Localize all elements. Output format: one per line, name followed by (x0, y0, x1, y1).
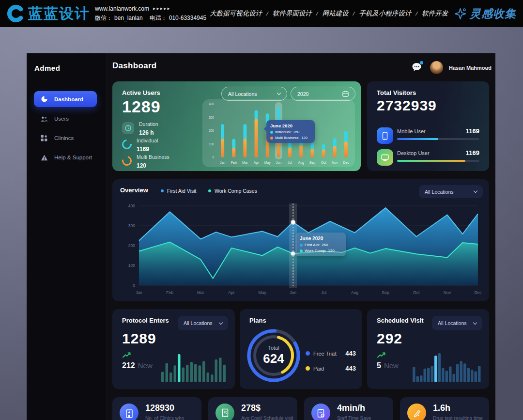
sidebar-item-users[interactable]: Users (34, 111, 102, 126)
lanlan-logo-icon (7, 5, 24, 22)
total-visitors-value: 2732939 (377, 97, 437, 114)
nav-separator: / (316, 10, 318, 17)
kpi-value: 1.6h (433, 403, 450, 413)
svg-text:May: May (259, 290, 267, 295)
active-users-title: Active Users (122, 89, 160, 96)
mobile-user-row: Mobile User 1169 (377, 127, 479, 146)
svg-text:Feb: Feb (166, 290, 173, 295)
plans-title: Plans (249, 317, 266, 324)
location-dropdown-value: All Locations (438, 320, 467, 326)
protocol-sparkline-chart (161, 353, 227, 382)
overview-title: Overview (120, 187, 148, 194)
nav-item-bigdata-viz[interactable]: 大数据可视化设计 (210, 9, 262, 18)
stat-individual: Individual 1169 (122, 136, 169, 153)
row-value: 1169 (466, 127, 479, 135)
user-avatar[interactable] (430, 61, 443, 74)
nav-item-software-dev[interactable]: 软件开发 (422, 9, 448, 18)
stat-multi-business: Multi Business 120 (122, 153, 169, 169)
svg-text:Apr: Apr (254, 161, 260, 165)
sidebar-item-clinics[interactable]: Clinincs (34, 131, 102, 145)
year-dropdown[interactable]: 2020 (291, 87, 355, 101)
dashboard-panel: Admed Dashboard Users (27, 53, 495, 420)
svg-text:200: 200 (128, 243, 135, 248)
scheduled-visit-title: Scheduled Visit (377, 317, 424, 324)
sidebar-brand: Admed (34, 64, 60, 72)
svg-text:Aug: Aug (298, 161, 305, 165)
kpi-label: Avg Cost/ Schedule visit (241, 416, 293, 420)
location-dropdown[interactable]: All Locations (178, 316, 228, 330)
svg-text:Nov: Nov (444, 290, 451, 295)
top-banner: 蓝蓝设计 www.lanlanwork.com ▶▶▶▶▶ 微信： ben_la… (0, 0, 523, 27)
legend-dot (306, 366, 310, 371)
trend-up-icon (377, 352, 386, 360)
kpi-staff-time-card: 4min/h Staff Time Save (304, 397, 393, 420)
location-dropdown[interactable]: All Locations (432, 316, 482, 330)
nav-separator: / (353, 10, 354, 17)
stat-label: Duration (139, 121, 158, 127)
location-dropdown[interactable]: All Locations (419, 185, 483, 198)
tooltip-title: June 2020 (270, 123, 311, 128)
active-users-tooltip: June 2020 Individual: 260 Multi Business… (266, 120, 315, 143)
total-visitors-card: Total Visitors 2732939 Mobile User 1169 (367, 81, 489, 171)
notification-dot (420, 61, 423, 64)
pen-icon (407, 404, 426, 420)
svg-text:Jan: Jan (136, 290, 142, 295)
location-dropdown-value: All Locations (228, 91, 257, 97)
chevron-down-icon (474, 189, 477, 193)
sidebar-item-dashboard[interactable]: Dashboard (34, 91, 97, 107)
legend-dot (270, 131, 273, 134)
clock-icon (122, 122, 134, 134)
sidebar-item-help-support[interactable]: Help & Support (34, 150, 102, 165)
lanlan-logo[interactable]: 蓝蓝设计 (7, 4, 95, 24)
inspiration-collect-link[interactable]: 灵感收集 (454, 6, 516, 21)
active-users-stats: Duration 126 h Individual 1169 Multi Bus… (122, 120, 169, 169)
tooltip-title: June 2020 (300, 236, 341, 241)
svg-text:Nov: Nov (332, 161, 338, 164)
mobile-progress-bar (397, 138, 479, 140)
page-title: Dashboard (112, 61, 157, 71)
legend-work-comp: Work Comp Cases (208, 188, 257, 194)
svg-text:300: 300 (128, 223, 135, 228)
svg-text:Oct: Oct (413, 290, 420, 295)
plans-legend: Free Trial: 443 Paid 443 (306, 350, 356, 380)
site-arrows: ▶▶▶▶▶ (153, 6, 171, 12)
sidebar: Admed Dashboard Users (27, 53, 107, 420)
protocol-enters-title: Protocol Enters (122, 317, 169, 324)
site-url[interactable]: www.lanlanwork.com (95, 4, 149, 14)
ring-icon-cyan (120, 138, 134, 151)
svg-text:May: May (264, 161, 271, 165)
phone-label: 电话： (150, 14, 167, 23)
scheduled-sparkline-chart (413, 352, 481, 382)
svg-text:Apr: Apr (228, 290, 234, 295)
phone-value: 010-63334945 (169, 14, 206, 23)
chevron-down-icon (219, 320, 223, 324)
legend-first-aid: First Aid Visit (161, 188, 197, 194)
svg-text:100: 100 (128, 263, 135, 268)
hospital-building-icon (120, 404, 138, 420)
pie-chart-icon (40, 95, 48, 103)
nav-item-website[interactable]: 网站建设 (322, 9, 348, 18)
nav-item-software-ui[interactable]: 软件界面设计 (273, 9, 312, 18)
legend-dot (161, 189, 164, 192)
kpi-label: Staff Time Save (337, 416, 389, 420)
overview-card: Overview First Aid Visit Work Comp Cases… (112, 179, 489, 301)
sidebar-item-label: Users (54, 116, 69, 122)
svg-text:400: 400 (209, 102, 214, 106)
svg-text:Mar: Mar (197, 290, 204, 295)
stat-duration: Duration 126 h (122, 120, 169, 136)
stat-label: Multi Business (137, 154, 169, 160)
calendar-icon (342, 91, 349, 97)
nav-item-mobile-miniprogram[interactable]: 手机及小程序设计 (359, 9, 411, 18)
scheduled-visit-card: Scheduled Visit All Locations 292 5 New (367, 309, 489, 389)
chat-icon[interactable] (412, 62, 422, 72)
contact-info: www.lanlanwork.com ▶▶▶▶▶ 微信： ben_lanlan … (95, 4, 210, 22)
ring-icon-orange (120, 154, 133, 167)
location-dropdown[interactable]: All Locations (221, 87, 287, 101)
sidebar-item-label: Clinincs (54, 135, 74, 141)
sidebar-item-label: Dashboard (54, 96, 83, 102)
legend-paid: Paid 443 (306, 365, 356, 372)
svg-text:Feb: Feb (231, 161, 237, 164)
svg-text:0: 0 (212, 156, 214, 159)
svg-text:Sep: Sep (309, 161, 316, 165)
receipt-icon (215, 404, 234, 420)
